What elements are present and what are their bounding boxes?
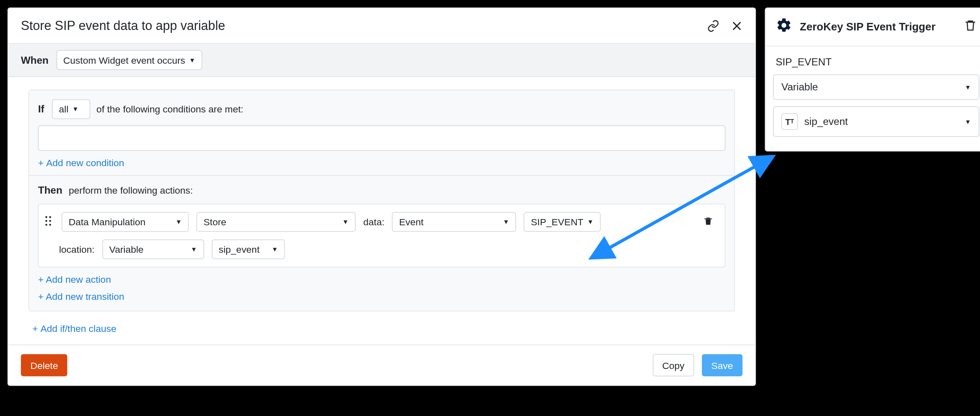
- panel-title: ZeroKey SIP Event Trigger: [800, 20, 935, 33]
- svg-point-5: [49, 219, 51, 222]
- then-label: Then: [38, 184, 62, 196]
- modal-footer: Delete Copy Save: [8, 344, 755, 385]
- caret-down-icon: ▼: [587, 218, 594, 225]
- if-label: If: [38, 103, 44, 115]
- caret-down-icon: ▼: [189, 57, 196, 64]
- if-quantifier-select[interactable]: all ▼: [52, 99, 90, 119]
- link-icon[interactable]: [707, 19, 720, 32]
- location-label: location:: [59, 244, 94, 255]
- add-action-button[interactable]: + Add new action: [38, 274, 725, 285]
- delete-button[interactable]: Delete: [21, 354, 67, 376]
- svg-point-2: [45, 216, 47, 218]
- panel-variable-field[interactable]: TT sip_event ▼: [773, 106, 980, 137]
- svg-point-6: [45, 224, 47, 226]
- drag-handle-icon[interactable]: [44, 216, 54, 229]
- data-label: data:: [363, 217, 384, 227]
- caret-down-icon: ▼: [342, 218, 349, 225]
- delete-widget-icon[interactable]: [964, 18, 977, 35]
- save-button[interactable]: Save: [702, 354, 742, 376]
- when-label: When: [21, 54, 49, 66]
- caret-down-icon: ▼: [72, 106, 79, 113]
- caret-down-icon: ▼: [272, 246, 278, 253]
- when-trigger-select[interactable]: Custom Widget event occurs ▼: [56, 50, 202, 70]
- if-then-clause: If all ▼ of the following conditions are…: [28, 90, 735, 311]
- location-value-select[interactable]: sip_event ▼: [212, 239, 285, 259]
- plus-icon: +: [38, 157, 43, 168]
- panel-section-label: SIP_EVENT: [773, 57, 980, 68]
- add-condition-button[interactable]: + Add new condition: [38, 157, 124, 168]
- svg-point-7: [49, 224, 51, 226]
- svg-point-4: [45, 219, 47, 222]
- copy-button[interactable]: Copy: [653, 354, 694, 376]
- then-block: Then perform the following actions: Data…: [29, 176, 734, 311]
- condition-input[interactable]: [38, 125, 725, 151]
- plus-icon: +: [38, 274, 43, 285]
- add-transition-button[interactable]: + Add new transition: [38, 291, 725, 302]
- plus-icon: +: [32, 323, 38, 334]
- when-trigger-value: Custom Widget event occurs: [63, 55, 185, 65]
- close-icon[interactable]: [731, 20, 743, 32]
- add-clause-button[interactable]: + Add if/then clause: [32, 323, 116, 334]
- modal-title: Store SIP event data to app variable: [21, 18, 225, 33]
- caret-down-icon: ▼: [176, 218, 182, 225]
- caret-down-icon: ▼: [503, 218, 509, 225]
- delete-action-icon[interactable]: [703, 215, 717, 229]
- action-card: Data Manipulation ▼ Store ▼ data: Event …: [38, 204, 725, 267]
- panel-type-select[interactable]: Variable ▼: [773, 75, 980, 100]
- text-type-icon: TT: [781, 113, 798, 130]
- when-bar: When Custom Widget event occurs ▼: [8, 44, 755, 77]
- modal-header: Store SIP event data to app variable: [8, 8, 755, 44]
- if-tail-text: of the following conditions are met:: [97, 104, 243, 115]
- plus-icon: +: [38, 291, 43, 302]
- data-value-select[interactable]: SIP_EVENT ▼: [524, 212, 600, 232]
- svg-point-3: [49, 216, 51, 218]
- trigger-editor-modal: Store SIP event data to app variable Whe…: [7, 7, 756, 386]
- data-source-select[interactable]: Event ▼: [392, 212, 516, 232]
- then-tail-text: perform the following actions:: [69, 184, 193, 195]
- action-operation-select[interactable]: Store ▼: [196, 212, 355, 232]
- caret-down-icon: ▼: [191, 246, 197, 253]
- if-quantifier-value: all: [59, 104, 69, 115]
- location-type-select[interactable]: Variable ▼: [102, 239, 204, 259]
- if-block: If all ▼ of the following conditions are…: [29, 90, 734, 176]
- widget-config-panel: ZeroKey SIP Event Trigger SIP_EVENT Vari…: [765, 7, 980, 152]
- caret-down-icon: ▼: [965, 118, 971, 125]
- gear-icon: [776, 17, 792, 37]
- caret-down-icon: ▼: [965, 84, 971, 91]
- action-category-select[interactable]: Data Manipulation ▼: [62, 212, 189, 232]
